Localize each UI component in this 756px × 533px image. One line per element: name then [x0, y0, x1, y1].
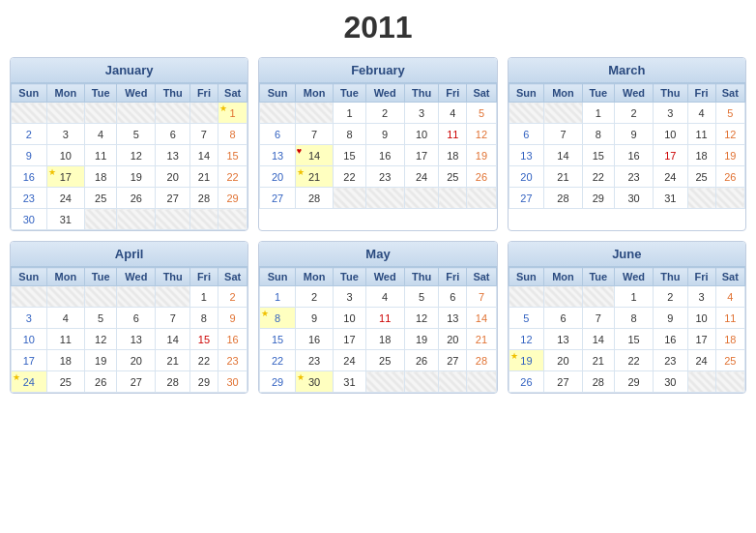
list-item[interactable]: 19 [117, 166, 156, 188]
list-item[interactable]: 9 [654, 308, 687, 329]
list-item[interactable]: 21 [156, 350, 189, 371]
list-item[interactable]: 12 [117, 145, 156, 166]
list-item[interactable]: 24 [334, 350, 365, 371]
list-item[interactable]: 30 [218, 371, 247, 393]
list-item[interactable]: 18 [439, 145, 467, 166]
list-item[interactable]: 15 [582, 145, 614, 166]
list-item[interactable]: 28 [582, 371, 614, 393]
list-item[interactable]: 6 [260, 124, 296, 145]
list-item[interactable]: 6 [117, 308, 156, 329]
list-item[interactable]: 4 [365, 286, 404, 308]
list-item[interactable]: 2 [218, 286, 247, 308]
list-item[interactable]: 9 [614, 124, 653, 145]
list-item[interactable]: 26 [467, 166, 496, 188]
list-item[interactable]: 19 [85, 350, 117, 371]
list-item[interactable]: 15 [334, 145, 365, 166]
list-item[interactable]: 2 [614, 103, 653, 124]
list-item[interactable]: 22 [260, 350, 296, 371]
list-item[interactable]: 26 [117, 188, 156, 209]
list-item[interactable]: 1 [334, 103, 365, 124]
list-item[interactable]: 4 [439, 103, 467, 124]
list-item[interactable]: 24 [12, 371, 47, 393]
list-item[interactable]: 26 [509, 371, 544, 393]
list-item[interactable]: 24 [687, 350, 715, 371]
list-item[interactable]: 16 [12, 166, 47, 188]
list-item[interactable]: 4 [46, 308, 85, 329]
list-item[interactable]: 22 [582, 166, 614, 188]
list-item[interactable]: 20 [117, 350, 156, 371]
list-item[interactable]: 27 [544, 371, 583, 393]
list-item[interactable]: 5 [85, 308, 117, 329]
list-item[interactable]: 20 [439, 329, 467, 350]
list-item[interactable]: 16 [365, 145, 404, 166]
list-item[interactable]: 28 [544, 188, 583, 209]
list-item[interactable]: 19 [404, 329, 438, 350]
list-item[interactable]: 20 [260, 166, 296, 188]
list-item[interactable]: 30 [12, 209, 47, 230]
list-item[interactable]: 13 [156, 145, 189, 166]
list-item[interactable]: 30 [295, 371, 334, 393]
list-item[interactable]: 28 [189, 188, 218, 209]
list-item[interactable]: 23 [654, 350, 687, 371]
list-item[interactable]: 1 [582, 103, 614, 124]
list-item[interactable]: 26 [404, 350, 438, 371]
list-item[interactable]: 17 [687, 329, 715, 350]
list-item[interactable]: 1 [260, 286, 296, 308]
list-item[interactable]: 4 [687, 103, 715, 124]
list-item[interactable]: 13 [544, 329, 583, 350]
list-item[interactable]: 21 [582, 350, 614, 371]
list-item[interactable]: 22 [218, 166, 247, 188]
list-item[interactable]: 3 [654, 103, 687, 124]
list-item[interactable]: 20 [544, 350, 583, 371]
list-item[interactable]: 12 [715, 124, 744, 145]
list-item[interactable]: 30 [654, 371, 687, 393]
list-item[interactable]: 14 [582, 329, 614, 350]
list-item[interactable]: 13 [509, 145, 544, 166]
list-item[interactable]: 1 [189, 286, 218, 308]
list-item[interactable]: 29 [189, 371, 218, 393]
list-item[interactable]: 6 [509, 124, 544, 145]
list-item[interactable]: 12 [404, 308, 438, 329]
list-item[interactable]: 14 [156, 329, 189, 350]
list-item[interactable]: 15 [614, 329, 653, 350]
list-item[interactable]: 8 [260, 308, 296, 329]
list-item[interactable]: 13 [439, 308, 467, 329]
list-item[interactable]: 10 [12, 329, 47, 350]
list-item[interactable]: 7 [189, 124, 218, 145]
list-item[interactable]: 11 [715, 308, 744, 329]
list-item[interactable]: 27 [117, 371, 156, 393]
list-item[interactable]: 5 [467, 103, 496, 124]
list-item[interactable]: 18 [687, 145, 715, 166]
list-item[interactable]: 22 [614, 350, 653, 371]
list-item[interactable]: 14 [189, 145, 218, 166]
list-item[interactable]: 3 [46, 124, 85, 145]
list-item[interactable]: 25 [46, 371, 85, 393]
list-item[interactable]: 8 [582, 124, 614, 145]
list-item[interactable]: 3 [404, 103, 438, 124]
list-item[interactable]: 16 [614, 145, 653, 166]
list-item[interactable]: 12 [509, 329, 544, 350]
list-item[interactable]: 13 [260, 145, 296, 166]
list-item[interactable]: 21 [295, 166, 334, 188]
list-item[interactable]: 23 [614, 166, 653, 188]
list-item[interactable]: 3 [12, 308, 47, 329]
list-item[interactable]: 18 [46, 350, 85, 371]
list-item[interactable]: 19 [467, 145, 496, 166]
list-item[interactable]: 28 [467, 350, 496, 371]
list-item[interactable]: 5 [117, 124, 156, 145]
list-item[interactable]: 16 [295, 329, 334, 350]
list-item[interactable]: 31 [654, 188, 687, 209]
list-item[interactable]: 14 [467, 308, 496, 329]
list-item[interactable]: 16 [218, 329, 247, 350]
list-item[interactable]: 10 [46, 145, 85, 166]
list-item[interactable]: 24 [654, 166, 687, 188]
list-item[interactable]: 29 [582, 188, 614, 209]
list-item[interactable]: 31 [334, 371, 365, 393]
list-item[interactable]: 7 [156, 308, 189, 329]
list-item[interactable]: 4 [715, 286, 744, 308]
list-item[interactable]: 9 [218, 308, 247, 329]
list-item[interactable]: 6 [544, 308, 583, 329]
list-item[interactable]: 21 [189, 166, 218, 188]
list-item[interactable]: 17 [334, 329, 365, 350]
list-item[interactable]: 6 [439, 286, 467, 308]
